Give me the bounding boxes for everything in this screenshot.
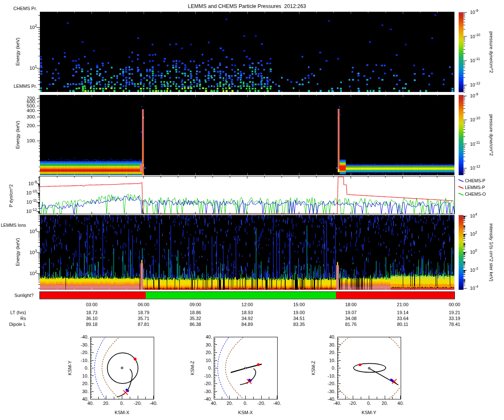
svg-text:83.35: 83.35 bbox=[293, 322, 305, 327]
svg-text:06:00: 06:00 bbox=[138, 302, 150, 307]
svg-text:Dipole L: Dipole L bbox=[9, 322, 26, 327]
svg-text:18.86: 18.86 bbox=[189, 310, 201, 315]
svg-text:20.: 20. bbox=[82, 381, 89, 386]
svg-text:0.: 0. bbox=[244, 401, 247, 406]
svg-text:81.76: 81.76 bbox=[345, 322, 357, 327]
svg-text:30.: 30. bbox=[206, 342, 212, 347]
svg-text:10-11: 10-11 bbox=[26, 198, 37, 205]
svg-text:-40.: -40. bbox=[204, 396, 212, 402]
svg-text:KSM-X: KSM-X bbox=[238, 410, 253, 415]
svg-text:20.: 20. bbox=[329, 350, 336, 355]
svg-text:LEMMS Ions: LEMMS Ions bbox=[1, 223, 26, 228]
svg-text:KSM-Z: KSM-Z bbox=[311, 361, 316, 375]
svg-text:10.: 10. bbox=[206, 358, 212, 363]
svg-text:-20.: -20. bbox=[134, 401, 142, 406]
svg-text:200.: 200. bbox=[27, 123, 36, 128]
svg-text:-30.: -30. bbox=[328, 389, 336, 394]
svg-text:33.64: 33.64 bbox=[397, 316, 409, 321]
svg-text:19.00: 19.00 bbox=[293, 310, 305, 315]
svg-text:30.: 30. bbox=[329, 342, 336, 347]
svg-text:-40.: -40. bbox=[273, 401, 281, 406]
svg-text:10-12: 10-12 bbox=[470, 81, 480, 87]
svg-text:18.93: 18.93 bbox=[242, 310, 253, 315]
svg-text:19.07: 19.07 bbox=[345, 310, 357, 315]
svg-text:Energy (keV): Energy (keV) bbox=[15, 37, 20, 66]
svg-text:0.: 0. bbox=[208, 365, 212, 370]
svg-text:KSM-Z: KSM-Z bbox=[190, 361, 195, 375]
svg-text:100: 100 bbox=[470, 248, 477, 255]
svg-text:P dyn/cm^2: P dyn/cm^2 bbox=[8, 184, 13, 207]
svg-text:-10.: -10. bbox=[81, 358, 89, 363]
svg-text:KSM-Y: KSM-Y bbox=[362, 410, 377, 415]
svg-text:500.: 500. bbox=[27, 103, 36, 108]
svg-text:LEMMS-P: LEMMS-P bbox=[465, 185, 485, 190]
svg-text:10-10: 10-10 bbox=[26, 189, 37, 195]
svg-text:18.73: 18.73 bbox=[86, 310, 98, 315]
svg-text:12:00: 12:00 bbox=[242, 302, 253, 307]
svg-text:-40.: -40. bbox=[81, 334, 89, 339]
svg-text:10-9: 10-9 bbox=[470, 92, 478, 98]
svg-text:100.: 100. bbox=[27, 138, 36, 143]
svg-text:87.81: 87.81 bbox=[138, 322, 150, 327]
svg-text:35.71: 35.71 bbox=[138, 316, 150, 321]
svg-text:-40.: -40. bbox=[328, 396, 336, 402]
svg-text:102: 102 bbox=[29, 24, 37, 30]
svg-text:00:00: 00:00 bbox=[449, 302, 460, 307]
svg-text:18:00: 18:00 bbox=[345, 302, 357, 307]
svg-text:102: 102 bbox=[29, 270, 37, 276]
svg-text:-10.: -10. bbox=[328, 373, 336, 378]
svg-text:09:00: 09:00 bbox=[189, 302, 201, 307]
svg-text:86.38: 86.38 bbox=[189, 322, 201, 327]
svg-text:LEMMS and CHEMS Particle Press: LEMMS and CHEMS Particle Pressures 2012:… bbox=[188, 3, 306, 9]
svg-text:103: 103 bbox=[29, 249, 37, 255]
svg-text:KSM-X: KSM-X bbox=[115, 410, 130, 415]
svg-text:20.: 20. bbox=[226, 401, 233, 406]
svg-text:20.: 20. bbox=[103, 401, 109, 406]
svg-text:10-11: 10-11 bbox=[470, 57, 480, 63]
svg-text:10-9: 10-9 bbox=[28, 180, 37, 186]
svg-text:78.41: 78.41 bbox=[449, 322, 460, 327]
svg-text:10.: 10. bbox=[329, 358, 336, 363]
svg-text:34.51: 34.51 bbox=[293, 316, 305, 321]
svg-text:-20.: -20. bbox=[328, 381, 336, 386]
svg-text:40.: 40. bbox=[329, 334, 336, 339]
svg-text:19.14: 19.14 bbox=[397, 310, 409, 315]
svg-text:104: 104 bbox=[470, 212, 477, 218]
svg-text:10.: 10. bbox=[82, 373, 89, 378]
svg-text:0.: 0. bbox=[332, 365, 336, 370]
svg-text:19.21: 19.21 bbox=[449, 310, 460, 315]
svg-text:0.: 0. bbox=[120, 401, 124, 406]
svg-text:-40.: -40. bbox=[150, 401, 158, 406]
svg-text:CHEMS-P: CHEMS-P bbox=[465, 178, 485, 183]
svg-text:10-11: 10-11 bbox=[470, 140, 480, 147]
svg-text:pressure dyne/cm^2: pressure dyne/cm^2 bbox=[489, 32, 494, 73]
svg-text:102: 102 bbox=[470, 230, 477, 236]
svg-text:20.: 20. bbox=[382, 401, 388, 406]
svg-text:Sunlight?: Sunlight? bbox=[14, 293, 34, 298]
svg-text:89.18: 89.18 bbox=[86, 322, 98, 327]
svg-text:10-9: 10-9 bbox=[470, 8, 478, 15]
svg-text:35.32: 35.32 bbox=[189, 316, 201, 321]
svg-text:10-12: 10-12 bbox=[470, 164, 480, 171]
svg-text:34.92: 34.92 bbox=[242, 316, 253, 321]
svg-text:intensity 1/(s cm^2 ster keV): intensity 1/(s cm^2 ster keV) bbox=[489, 223, 494, 281]
svg-text:0.: 0. bbox=[367, 401, 371, 406]
svg-text:18.79: 18.79 bbox=[138, 310, 150, 315]
svg-text:40.: 40. bbox=[206, 334, 212, 339]
svg-text:80.11: 80.11 bbox=[397, 322, 408, 327]
svg-text:400.: 400. bbox=[27, 108, 36, 113]
svg-text:15:00: 15:00 bbox=[293, 302, 305, 307]
svg-text:30.: 30. bbox=[82, 389, 89, 394]
svg-text:34.08: 34.08 bbox=[345, 316, 357, 321]
svg-text:-20.: -20. bbox=[349, 401, 357, 406]
svg-text:84.89: 84.89 bbox=[242, 322, 253, 327]
svg-text:36.10: 36.10 bbox=[86, 316, 98, 321]
svg-text:300.: 300. bbox=[27, 114, 36, 119]
svg-text:0.: 0. bbox=[85, 365, 89, 370]
svg-text:40.: 40. bbox=[82, 396, 89, 402]
svg-text:Energy (keV): Energy (keV) bbox=[15, 121, 20, 149]
svg-text:20.: 20. bbox=[206, 350, 212, 355]
svg-text:-20.: -20. bbox=[81, 350, 89, 355]
svg-text:-30.: -30. bbox=[204, 389, 212, 394]
svg-text:Energy (keV): Energy (keV) bbox=[15, 238, 20, 266]
